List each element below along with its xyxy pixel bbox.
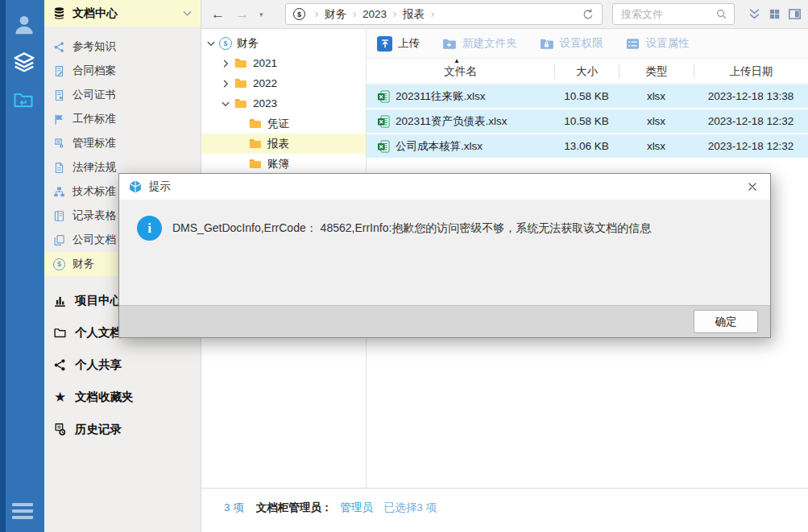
tree-node-label: 报表 bbox=[267, 137, 289, 151]
sidebar-item-personal-share[interactable]: 个人共享 bbox=[44, 348, 201, 381]
upload-button[interactable]: 上传 bbox=[377, 36, 420, 52]
info-icon: i bbox=[137, 216, 162, 241]
app-cube-icon bbox=[128, 179, 143, 194]
column-header-upload-date[interactable]: 上传日期 bbox=[694, 64, 808, 79]
close-icon[interactable] bbox=[744, 178, 761, 196]
chevron-right-icon[interactable] bbox=[221, 79, 230, 89]
file-toolbar: 上传 新建文件夹 设置权限 设置属性 bbox=[367, 29, 808, 59]
tree-node-ledgers[interactable]: 账簿 bbox=[201, 154, 366, 174]
folder-icon bbox=[248, 117, 262, 130]
file-upload-date: 2023-12-18 12:32 bbox=[694, 140, 808, 152]
tree-node-2021[interactable]: 2021 bbox=[201, 53, 366, 73]
status-bar: 3 项文档柜管理员：管理员已选择3 项 bbox=[201, 488, 808, 532]
sidebar-item-certificates[interactable]: 公司证书 bbox=[44, 83, 201, 107]
column-header-filename[interactable]: 文件名 bbox=[367, 64, 554, 79]
column-header-type[interactable]: 类型 bbox=[619, 64, 694, 79]
sidebar-item-label: 个人共享 bbox=[75, 357, 122, 373]
dialog-title: 提示 bbox=[149, 179, 171, 194]
chevron-right-icon[interactable] bbox=[221, 59, 230, 68]
file-size: 10.58 KB bbox=[554, 90, 619, 102]
chevron-right-icon bbox=[392, 10, 398, 19]
set-permissions-button[interactable]: 设置权限 bbox=[539, 36, 603, 52]
user-icon[interactable] bbox=[12, 13, 36, 37]
breadcrumb-segment-reports[interactable]: 报表 bbox=[403, 7, 425, 22]
file-type: xlsx bbox=[619, 90, 694, 102]
tree-node-2023[interactable]: 2023 bbox=[201, 93, 366, 113]
view-controls bbox=[748, 0, 802, 28]
new-folder-button[interactable]: 新建文件夹 bbox=[441, 36, 517, 52]
folder-lock-icon bbox=[539, 36, 554, 52]
finance-root-icon[interactable]: $ bbox=[293, 8, 305, 20]
tree-node-finance[interactable]: $ 财务 bbox=[201, 33, 366, 53]
certificate-icon bbox=[53, 89, 65, 101]
set-properties-button[interactable]: 设置属性 bbox=[625, 36, 690, 52]
file-size: 13.06 KB bbox=[554, 140, 619, 152]
chevron-right-icon bbox=[313, 10, 320, 19]
folder-icon bbox=[234, 56, 247, 70]
table-row[interactable]: 202311往来账.xlsx 10.58 KB xlsx 2023-12-18 … bbox=[367, 85, 808, 108]
admin-link[interactable]: 管理员 bbox=[340, 501, 373, 513]
breadcrumb: $ 财务 2023 报表 bbox=[285, 3, 603, 25]
chevron-right-icon bbox=[429, 10, 436, 19]
chevron-down-icon[interactable] bbox=[182, 8, 193, 19]
document-pen-icon bbox=[53, 65, 65, 77]
table-row[interactable]: 公司成本核算.xlsx 13.06 KB xlsx 2023-12-18 12:… bbox=[367, 134, 808, 158]
file-upload-date: 2023-12-18 12:32 bbox=[694, 115, 808, 127]
folder-transfer-icon[interactable] bbox=[12, 89, 35, 111]
tree-node-label: 2023 bbox=[253, 97, 277, 109]
history-icon bbox=[53, 423, 67, 436]
table-row[interactable]: 202311资产负债表.xlsx 10.58 KB xlsx 2023-12-1… bbox=[367, 109, 808, 133]
chevron-right-icon bbox=[351, 10, 358, 19]
folder-icon bbox=[53, 326, 67, 340]
sidebar-item-label: 历史记录 bbox=[75, 422, 122, 437]
selection-count: 已选择3 项 bbox=[384, 501, 437, 513]
sidebar-item-management-standards[interactable]: 管理标准 bbox=[44, 131, 201, 155]
layers-icon[interactable] bbox=[12, 50, 36, 74]
tree-node-vouchers[interactable]: 凭证 bbox=[201, 113, 366, 134]
ok-button[interactable]: 确定 bbox=[694, 310, 758, 333]
tree-node-label: 账簿 bbox=[267, 157, 289, 171]
file-name: 202311资产负债表.xlsx bbox=[396, 114, 508, 129]
breadcrumb-segment-finance[interactable]: 财务 bbox=[325, 7, 346, 22]
sidebar-item-label: 记录表格 bbox=[73, 208, 116, 223]
column-header-size[interactable]: 大小 bbox=[554, 64, 619, 79]
excel-file-icon bbox=[377, 140, 390, 153]
sidebar-item-label: 个人文档 bbox=[75, 325, 122, 340]
file-table-header: ▲ 文件名 大小 类型 上传日期 bbox=[367, 59, 808, 85]
tree-node-2022[interactable]: 2022 bbox=[201, 73, 366, 93]
sidebar-item-history[interactable]: 历史记录 bbox=[44, 413, 201, 445]
history-dropdown-icon[interactable]: ▾ bbox=[259, 10, 263, 19]
alert-dialog: 提示 i DMS_GetDocInfo,ErrCode： 48562,ErrIn… bbox=[118, 173, 771, 338]
breadcrumb-segment-2023[interactable]: 2023 bbox=[363, 8, 387, 20]
chevron-down-icon[interactable] bbox=[221, 99, 230, 109]
tree-node-reports[interactable]: 报表 bbox=[201, 134, 366, 154]
forward-icon[interactable]: → bbox=[235, 6, 249, 23]
refresh-icon[interactable] bbox=[582, 8, 595, 21]
copy-icon bbox=[53, 234, 65, 246]
tree-node-label: 财务 bbox=[237, 36, 259, 51]
sidebar-item-contracts[interactable]: 合同档案 bbox=[44, 59, 201, 83]
list-icon bbox=[625, 36, 640, 52]
sidebar-item-work-standards[interactable]: 工作标准 bbox=[44, 107, 201, 131]
sidebar-item-favorites[interactable]: ★ 文档收藏夹 bbox=[44, 381, 201, 413]
item-count: 3 项 bbox=[224, 501, 244, 513]
sort-asc-icon: ▲ bbox=[454, 57, 460, 64]
menu-toggle-icon[interactable] bbox=[12, 503, 33, 522]
sidebar-item-label: 公司证书 bbox=[73, 88, 116, 102]
sidebar-item-label: 参考知识 bbox=[73, 39, 116, 54]
file-name: 公司成本核算.xlsx bbox=[396, 139, 483, 154]
set-permissions-label: 设置权限 bbox=[560, 36, 603, 51]
chevron-down-icon[interactable] bbox=[206, 39, 216, 48]
sidebar-header-doc-center[interactable]: 文档中心 bbox=[44, 0, 201, 27]
flag-icon bbox=[53, 113, 65, 126]
sidebar-item-reference[interactable]: 参考知识 bbox=[44, 35, 201, 59]
panel-layout-icon[interactable] bbox=[788, 7, 802, 21]
back-icon[interactable]: ← bbox=[211, 6, 225, 23]
search-input[interactable] bbox=[619, 7, 715, 21]
grid-view-icon[interactable] bbox=[769, 8, 781, 20]
tree-node-label: 凭证 bbox=[267, 117, 289, 131]
nav-arrows: ← → ▾ bbox=[211, 0, 263, 28]
double-chevron-down-icon[interactable] bbox=[748, 7, 761, 21]
file-upload-date: 2023-12-18 13:38 bbox=[694, 90, 808, 102]
search-icon[interactable] bbox=[715, 8, 727, 20]
